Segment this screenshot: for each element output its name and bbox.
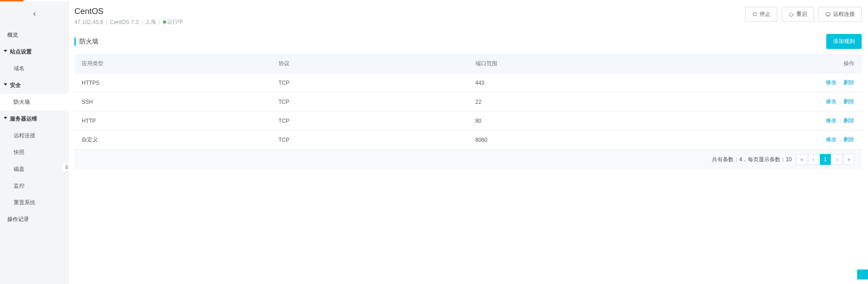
cell-app-type: HTTPS: [74, 73, 271, 92]
page-subtitle: 47.102.45.6 | CentOS 7.3 | 上海 | 运行中: [74, 18, 183, 26]
pagination-summary: 共有条数：4，每页显示条数：10: [712, 156, 792, 164]
separator: |: [106, 19, 107, 25]
sidebar-item-remote-connect[interactable]: 远程连接: [0, 127, 69, 144]
sidebar-group-server-ops[interactable]: 服务器运维: [0, 111, 69, 127]
cell-port-range: 443: [468, 73, 767, 92]
main-content: CentOS 47.102.45.6 | CentOS 7.3 | 上海 | 运…: [69, 1, 868, 284]
edit-link[interactable]: 修改: [826, 117, 837, 124]
page-header: CentOS 47.102.45.6 | CentOS 7.3 | 上海 | 运…: [74, 7, 862, 34]
col-operation: 操作: [767, 54, 862, 73]
separator: |: [141, 19, 142, 25]
delete-link[interactable]: 删除: [843, 79, 854, 86]
status-dot-icon: [163, 20, 166, 24]
server-ip: 47.102.45.6: [74, 19, 103, 25]
page-next[interactable]: ›: [832, 154, 843, 165]
separator: |: [159, 19, 160, 25]
sidebar-item-snapshot[interactable]: 快照: [0, 144, 69, 161]
header-actions: 停止 重启 远程连接: [745, 7, 862, 22]
cell-port-range: 8080: [468, 130, 767, 149]
restart-label: 重启: [796, 10, 807, 18]
svg-rect-3: [753, 13, 756, 15]
page-current[interactable]: 1: [820, 154, 831, 165]
stop-button[interactable]: 停止: [745, 7, 777, 22]
status-text: 运行中: [167, 19, 183, 25]
title-block: CentOS 47.102.45.6 | CentOS 7.3 | 上海 | 运…: [74, 7, 183, 26]
back-button[interactable]: [0, 1, 69, 27]
delete-link[interactable]: 删除: [843, 136, 854, 143]
remote-connect-button[interactable]: 远程连接: [819, 7, 862, 22]
col-app-type: 应用类型: [74, 54, 271, 73]
status-indicator: 运行中: [163, 18, 183, 26]
chevron-left-icon: [31, 11, 38, 17]
cell-app-type: 自定义: [74, 130, 271, 149]
separator: |: [839, 117, 841, 124]
panel-header: 防火墙 添加规则: [74, 34, 862, 49]
separator: |: [839, 136, 841, 143]
delete-link[interactable]: 删除: [843, 117, 854, 124]
cell-app-type: HTTP: [74, 111, 271, 130]
help-fab[interactable]: [857, 270, 868, 279]
sidebar-item-oplog[interactable]: 操作记录: [0, 211, 69, 228]
svg-rect-4: [826, 13, 830, 15]
edit-link[interactable]: 修改: [826, 98, 837, 105]
sidebar-item-reset-system[interactable]: 重置系统: [0, 194, 69, 211]
sidebar-item-firewall[interactable]: 防火墙: [0, 94, 69, 111]
pager: « ‹ 1 › »: [796, 154, 854, 165]
separator: |: [839, 98, 841, 105]
panel-title: 防火墙: [74, 38, 98, 46]
firewall-table: 应用类型 协议 端口范围 操作 HTTPSTCP443修改|删除SSHTCP22…: [74, 54, 862, 149]
cell-protocol: TCP: [271, 73, 468, 92]
sidebar-item-disk[interactable]: 磁盘: [0, 161, 69, 178]
server-region: 上海: [145, 18, 156, 26]
sidebar: 概览 站点设置 域名 安全 防火墙 服务器运维 远程连接 快照 磁盘 监控 重置…: [0, 1, 69, 284]
remote-label: 远程连接: [833, 10, 855, 18]
table-row: 自定义TCP8080修改|删除: [74, 130, 862, 149]
cell-operation: 修改|删除: [767, 92, 862, 111]
cell-protocol: TCP: [271, 111, 468, 130]
cell-app-type: SSH: [74, 92, 271, 111]
page-title: CentOS: [74, 7, 183, 16]
cell-port-range: 80: [468, 111, 767, 130]
add-rule-button[interactable]: 添加规则: [826, 34, 862, 49]
sidebar-group-security[interactable]: 安全: [0, 77, 69, 94]
sidebar-item-overview[interactable]: 概览: [0, 27, 69, 43]
cell-protocol: TCP: [271, 92, 468, 111]
remote-icon: [825, 12, 831, 17]
sidebar-item-domain[interactable]: 域名: [0, 60, 69, 77]
table-footer: 共有条数：4，每页显示条数：10 « ‹ 1 › »: [74, 149, 862, 169]
page-first[interactable]: «: [796, 154, 807, 165]
server-os: CentOS 7.3: [110, 19, 139, 25]
cell-operation: 修改|删除: [767, 73, 862, 92]
stop-icon: [752, 12, 757, 17]
stop-label: 停止: [760, 10, 770, 18]
edit-link[interactable]: 修改: [826, 79, 837, 86]
col-port-range: 端口范围: [468, 54, 767, 73]
restart-icon: [789, 12, 794, 17]
cell-port-range: 22: [468, 92, 767, 111]
table-row: SSHTCP22修改|删除: [74, 92, 862, 111]
edit-link[interactable]: 修改: [826, 136, 837, 143]
separator: |: [839, 79, 841, 86]
sidebar-group-site-settings[interactable]: 站点设置: [0, 43, 69, 60]
page-last[interactable]: »: [843, 154, 854, 165]
restart-button[interactable]: 重启: [782, 7, 814, 22]
delete-link[interactable]: 删除: [843, 98, 854, 105]
table-header-row: 应用类型 协议 端口范围 操作: [74, 54, 862, 73]
col-protocol: 协议: [271, 54, 468, 73]
cell-operation: 修改|删除: [767, 111, 862, 130]
cell-operation: 修改|删除: [767, 130, 862, 149]
table-row: HTTPTCP80修改|删除: [74, 111, 862, 130]
sidebar-item-monitoring[interactable]: 监控: [0, 178, 69, 194]
table-row: HTTPSTCP443修改|删除: [74, 73, 862, 92]
page-prev[interactable]: ‹: [808, 154, 819, 165]
cell-protocol: TCP: [271, 130, 468, 149]
